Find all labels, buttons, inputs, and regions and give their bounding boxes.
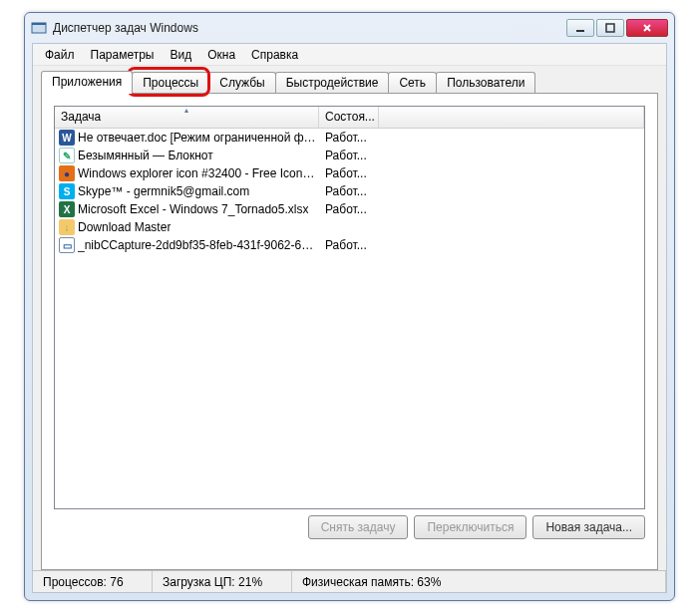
task-name: _nibCCapture-2dd9bf35-8feb-431f-9062-68e… [78,238,319,252]
task-status: Работ... [319,238,379,252]
task-name: Skype™ - germnik5@gmail.com [78,184,249,198]
task-status: Работ... [319,166,379,180]
table-row[interactable]: ●Windows explorer icon #32400 - Free Ico… [55,164,644,182]
titlebar[interactable]: Диспетчер задач Windows [25,13,674,43]
window-title: Диспетчер задач Windows [53,21,564,35]
tab-performance[interactable]: Быстродействие [275,72,390,94]
table-row[interactable]: ✎Безымянный — БлокнотРабот... [55,147,644,164]
excel-icon: X [59,201,75,217]
svg-rect-1 [32,23,46,25]
sort-indicator-icon: ▴ [184,106,188,115]
status-processes: Процессов: 76 [33,571,153,592]
tab-processes[interactable]: Процессы [132,72,209,94]
svg-rect-3 [606,24,614,32]
status-cpu: Загрузка ЦП: 21% [153,571,292,592]
new-task-button[interactable]: Новая задача... [532,515,645,539]
task-name: Безымянный — Блокнот [78,149,213,162]
window-icon: ▭ [59,237,75,253]
menubar: Файл Параметры Вид Окна Справка [33,44,666,66]
menu-view[interactable]: Вид [162,46,199,64]
task-status: Работ... [319,184,379,198]
task-name: Windows explorer icon #32400 - Free Icon… [78,166,319,180]
table-row[interactable]: ↓Download Master [55,218,644,236]
minimize-button[interactable] [566,19,594,37]
dm-icon: ↓ [59,219,75,235]
close-button[interactable] [626,19,668,37]
tab-users[interactable]: Пользователи [436,72,535,94]
table-row[interactable]: WНе отвечает.doc [Режим ограниченной фун… [55,129,644,147]
switch-to-button[interactable]: Переключиться [414,515,526,539]
statusbar: Процессов: 76 Загрузка ЦП: 21% Физическа… [33,570,666,592]
column-status[interactable]: Состоя... [319,107,379,128]
button-row: Снять задачу Переключиться Новая задача.… [308,515,645,539]
table-row[interactable]: XMicrosoft Excel - Windows 7_Tornado5.xl… [55,200,644,218]
column-headers: ▴ Задача Состоя... [55,107,644,129]
task-status: Работ... [319,202,379,216]
skype-icon: S [59,183,75,199]
client-area: Файл Параметры Вид Окна Справка Приложен… [32,43,667,593]
end-task-button[interactable]: Снять задачу [308,515,409,539]
column-task[interactable]: ▴ Задача [55,107,319,128]
status-memory: Физическая память: 63% [292,571,666,592]
task-manager-window: Диспетчер задач Windows Файл Параметры В… [24,12,675,601]
column-spacer[interactable] [379,107,644,128]
maximize-button[interactable] [596,19,624,37]
task-name: Microsoft Excel - Windows 7_Tornado5.xls… [78,202,308,216]
task-name: Download Master [78,220,171,234]
table-row[interactable]: SSkype™ - germnik5@gmail.comРабот... [55,182,644,200]
task-status: Работ... [319,149,379,162]
menu-windows[interactable]: Окна [199,46,243,64]
applications-listview[interactable]: ▴ Задача Состоя... WНе отвечает.doc [Реж… [54,106,645,509]
task-status: Работ... [319,131,379,145]
tabstrip: Приложения Процессы Службы Быстродействи… [41,72,658,94]
word-icon: W [59,130,75,146]
table-row[interactable]: ▭_nibCCapture-2dd9bf35-8feb-431f-9062-68… [55,236,644,254]
tab-page: ▴ Задача Состоя... WНе отвечает.doc [Реж… [41,93,658,570]
menu-help[interactable]: Справка [243,46,306,64]
tab-network[interactable]: Сеть [388,72,437,94]
menu-file[interactable]: Файл [37,46,83,64]
tab-services[interactable]: Службы [208,72,275,94]
firefox-icon: ● [59,165,75,181]
tab-applications[interactable]: Приложения [41,71,133,94]
task-name: Не отвечает.doc [Режим ограниченной функ… [78,131,319,145]
notepad-icon: ✎ [59,148,75,163]
app-icon [31,20,47,36]
menu-options[interactable]: Параметры [83,46,163,64]
